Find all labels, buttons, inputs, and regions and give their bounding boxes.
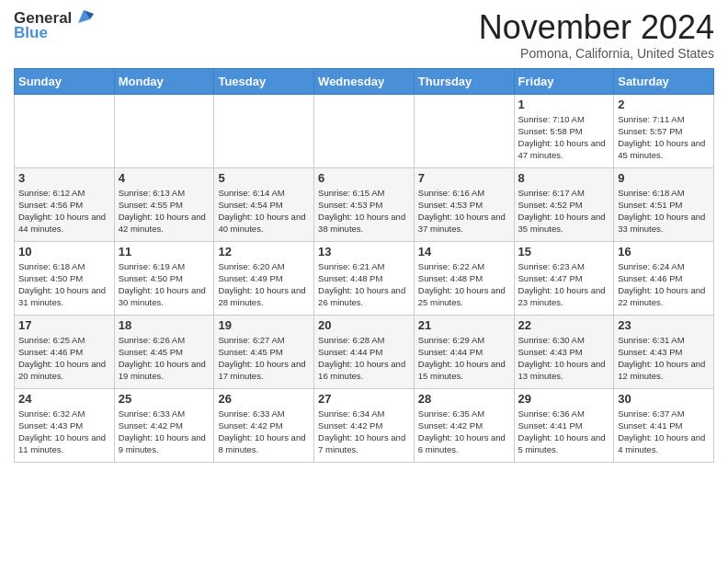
day-number: 7 — [418, 171, 510, 185]
day-number: 1 — [518, 98, 610, 111]
day-number: 20 — [318, 318, 410, 332]
day-number: 9 — [618, 171, 710, 185]
location: Pomona, California, United States — [479, 46, 714, 61]
calendar-cell: 23Sunrise: 6:31 AM Sunset: 4:43 PM Dayli… — [614, 315, 714, 388]
day-number: 2 — [618, 98, 710, 111]
col-sunday: Sunday — [15, 68, 115, 94]
calendar-cell: 11Sunrise: 6:19 AM Sunset: 4:50 PM Dayli… — [114, 241, 214, 315]
calendar-cell: 17Sunrise: 6:25 AM Sunset: 4:46 PM Dayli… — [15, 315, 115, 388]
calendar-cell: 2Sunrise: 7:11 AM Sunset: 5:57 PM Daylig… — [614, 94, 714, 167]
logo: General Blue — [14, 9, 94, 42]
calendar-cell: 16Sunrise: 6:24 AM Sunset: 4:46 PM Dayli… — [614, 241, 714, 315]
calendar-cell: 25Sunrise: 6:33 AM Sunset: 4:42 PM Dayli… — [114, 388, 214, 462]
day-number: 6 — [318, 171, 410, 185]
calendar-cell — [114, 94, 214, 167]
calendar-cell: 6Sunrise: 6:15 AM Sunset: 4:53 PM Daylig… — [314, 167, 415, 241]
day-info: Sunrise: 6:36 AM Sunset: 4:41 PM Dayligh… — [518, 408, 610, 456]
calendar-week-row: 17Sunrise: 6:25 AM Sunset: 4:46 PM Dayli… — [15, 315, 714, 388]
day-number: 30 — [618, 392, 710, 406]
calendar-cell: 21Sunrise: 6:29 AM Sunset: 4:44 PM Dayli… — [414, 315, 514, 388]
day-info: Sunrise: 6:26 AM Sunset: 4:45 PM Dayligh… — [119, 334, 210, 383]
day-number: 17 — [18, 318, 110, 332]
col-thursday: Thursday — [414, 68, 514, 94]
day-info: Sunrise: 6:22 AM Sunset: 4:48 PM Dayligh… — [418, 260, 510, 309]
calendar-cell: 22Sunrise: 6:30 AM Sunset: 4:43 PM Dayli… — [514, 315, 614, 388]
page-header: General Blue November 2024 Pomona, Calif… — [14, 9, 714, 61]
day-info: Sunrise: 6:18 AM Sunset: 4:51 PM Dayligh… — [618, 187, 710, 236]
day-number: 23 — [618, 318, 710, 332]
calendar-cell: 3Sunrise: 6:12 AM Sunset: 4:56 PM Daylig… — [15, 167, 115, 241]
col-tuesday: Tuesday — [214, 68, 314, 94]
day-number: 18 — [119, 318, 210, 332]
col-monday: Monday — [114, 68, 214, 94]
day-info: Sunrise: 7:10 AM Sunset: 5:58 PM Dayligh… — [518, 113, 610, 162]
col-wednesday: Wednesday — [314, 68, 415, 94]
calendar-table: Sunday Monday Tuesday Wednesday Thursday… — [14, 68, 714, 463]
calendar-cell: 18Sunrise: 6:26 AM Sunset: 4:45 PM Dayli… — [114, 315, 214, 388]
day-info: Sunrise: 6:20 AM Sunset: 4:49 PM Dayligh… — [218, 260, 310, 309]
calendar-cell: 10Sunrise: 6:18 AM Sunset: 4:50 PM Dayli… — [15, 241, 115, 315]
day-info: Sunrise: 6:15 AM Sunset: 4:53 PM Dayligh… — [318, 187, 410, 236]
calendar-cell: 4Sunrise: 6:13 AM Sunset: 4:55 PM Daylig… — [114, 167, 214, 241]
calendar-cell: 24Sunrise: 6:32 AM Sunset: 4:43 PM Dayli… — [15, 388, 115, 462]
calendar-cell: 27Sunrise: 6:34 AM Sunset: 4:42 PM Dayli… — [314, 388, 415, 462]
day-number: 21 — [418, 318, 510, 332]
day-number: 3 — [18, 171, 110, 185]
day-info: Sunrise: 6:33 AM Sunset: 4:42 PM Dayligh… — [119, 408, 210, 456]
day-info: Sunrise: 6:21 AM Sunset: 4:48 PM Dayligh… — [318, 260, 410, 309]
day-number: 22 — [518, 318, 610, 332]
day-info: Sunrise: 6:33 AM Sunset: 4:42 PM Dayligh… — [218, 408, 310, 456]
day-info: Sunrise: 6:34 AM Sunset: 4:42 PM Dayligh… — [318, 408, 410, 456]
day-number: 26 — [218, 392, 310, 406]
day-info: Sunrise: 6:28 AM Sunset: 4:44 PM Dayligh… — [318, 334, 410, 383]
day-info: Sunrise: 6:17 AM Sunset: 4:52 PM Dayligh… — [518, 187, 610, 236]
day-number: 14 — [418, 245, 510, 259]
day-number: 11 — [119, 245, 210, 259]
day-number: 16 — [618, 245, 710, 259]
calendar-cell: 20Sunrise: 6:28 AM Sunset: 4:44 PM Dayli… — [314, 315, 415, 388]
calendar-week-row: 3Sunrise: 6:12 AM Sunset: 4:56 PM Daylig… — [15, 167, 714, 241]
calendar-cell: 30Sunrise: 6:37 AM Sunset: 4:41 PM Dayli… — [614, 388, 714, 462]
calendar-cell: 14Sunrise: 6:22 AM Sunset: 4:48 PM Dayli… — [414, 241, 514, 315]
col-saturday: Saturday — [614, 68, 714, 94]
day-info: Sunrise: 7:11 AM Sunset: 5:57 PM Dayligh… — [618, 113, 710, 162]
calendar-cell: 28Sunrise: 6:35 AM Sunset: 4:42 PM Dayli… — [414, 388, 514, 462]
calendar-cell — [414, 94, 514, 167]
day-number: 8 — [518, 171, 610, 185]
day-info: Sunrise: 6:12 AM Sunset: 4:56 PM Dayligh… — [18, 187, 110, 236]
calendar-week-row: 24Sunrise: 6:32 AM Sunset: 4:43 PM Dayli… — [15, 388, 714, 462]
day-number: 24 — [18, 392, 110, 406]
day-info: Sunrise: 6:25 AM Sunset: 4:46 PM Dayligh… — [18, 334, 110, 383]
day-info: Sunrise: 6:24 AM Sunset: 4:46 PM Dayligh… — [618, 260, 710, 309]
calendar-cell: 26Sunrise: 6:33 AM Sunset: 4:42 PM Dayli… — [214, 388, 314, 462]
day-info: Sunrise: 6:30 AM Sunset: 4:43 PM Dayligh… — [518, 334, 610, 383]
calendar-cell: 29Sunrise: 6:36 AM Sunset: 4:41 PM Dayli… — [514, 388, 614, 462]
calendar-cell: 19Sunrise: 6:27 AM Sunset: 4:45 PM Dayli… — [214, 315, 314, 388]
day-number: 13 — [318, 245, 410, 259]
calendar-header-row: Sunday Monday Tuesday Wednesday Thursday… — [15, 68, 714, 94]
day-info: Sunrise: 6:27 AM Sunset: 4:45 PM Dayligh… — [218, 334, 310, 383]
day-info: Sunrise: 6:32 AM Sunset: 4:43 PM Dayligh… — [18, 408, 110, 456]
day-info: Sunrise: 6:31 AM Sunset: 4:43 PM Dayligh… — [618, 334, 710, 383]
day-number: 5 — [218, 171, 310, 185]
day-info: Sunrise: 6:14 AM Sunset: 4:54 PM Dayligh… — [218, 187, 310, 236]
calendar-week-row: 10Sunrise: 6:18 AM Sunset: 4:50 PM Dayli… — [15, 241, 714, 315]
day-info: Sunrise: 6:13 AM Sunset: 4:55 PM Dayligh… — [119, 187, 210, 236]
day-number: 25 — [119, 392, 210, 406]
logo-blue: Blue — [14, 24, 48, 42]
page-container: General Blue November 2024 Pomona, Calif… — [0, 0, 728, 563]
day-info: Sunrise: 6:18 AM Sunset: 4:50 PM Dayligh… — [18, 260, 110, 309]
calendar-week-row: 1Sunrise: 7:10 AM Sunset: 5:58 PM Daylig… — [15, 94, 714, 167]
calendar-cell: 5Sunrise: 6:14 AM Sunset: 4:54 PM Daylig… — [214, 167, 314, 241]
day-number: 15 — [518, 245, 610, 259]
day-info: Sunrise: 6:16 AM Sunset: 4:53 PM Dayligh… — [418, 187, 510, 236]
day-number: 19 — [218, 318, 310, 332]
calendar-cell: 8Sunrise: 6:17 AM Sunset: 4:52 PM Daylig… — [514, 167, 614, 241]
calendar-cell: 15Sunrise: 6:23 AM Sunset: 4:47 PM Dayli… — [514, 241, 614, 315]
calendar-cell: 7Sunrise: 6:16 AM Sunset: 4:53 PM Daylig… — [414, 167, 514, 241]
day-info: Sunrise: 6:23 AM Sunset: 4:47 PM Dayligh… — [518, 260, 610, 309]
month-title: November 2024 — [479, 9, 714, 46]
calendar-cell — [214, 94, 314, 167]
calendar-cell: 1Sunrise: 7:10 AM Sunset: 5:58 PM Daylig… — [514, 94, 614, 167]
calendar-cell — [15, 94, 115, 167]
